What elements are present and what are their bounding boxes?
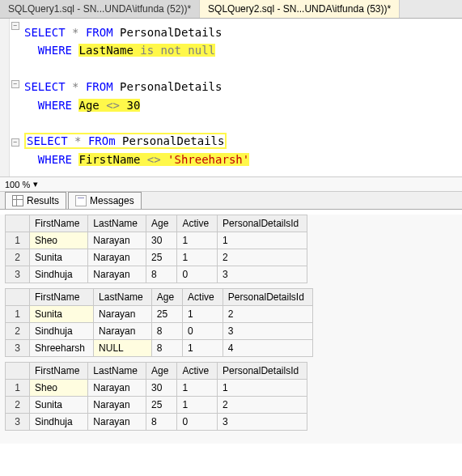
- cell[interactable]: Narayan: [88, 397, 146, 414]
- cell[interactable]: NULL: [94, 340, 152, 357]
- column-header[interactable]: Active: [177, 363, 218, 380]
- row-number[interactable]: 1: [6, 380, 30, 397]
- column-header[interactable]: Age: [146, 215, 177, 232]
- column-header[interactable]: PersonalDetailsId: [218, 363, 307, 380]
- tab-query1[interactable]: SQLQuery1.sql - SN...UNDA\itfunda (52))*: [0, 0, 200, 18]
- row-number[interactable]: 2: [6, 249, 30, 266]
- column-header[interactable]: PersonalDetailsId: [223, 289, 312, 306]
- fold-icon[interactable]: −: [11, 138, 19, 147]
- cell[interactable]: 4: [223, 340, 312, 357]
- cell[interactable]: 25: [151, 306, 182, 323]
- cell[interactable]: Narayan: [88, 380, 146, 397]
- result-grid: FirstNameLastNameAgeActivePersonalDetail…: [5, 215, 457, 283]
- cell[interactable]: 1: [183, 340, 223, 357]
- row-header-corner: [6, 363, 30, 380]
- column-header[interactable]: PersonalDetailsId: [218, 215, 307, 232]
- sql-line: SELECT * FROM PersonalDetails: [24, 23, 459, 41]
- cell[interactable]: 0: [177, 266, 218, 283]
- tab-results-label: Results: [27, 195, 59, 206]
- cell[interactable]: Sunita: [30, 306, 94, 323]
- column-header[interactable]: FirstName: [30, 289, 94, 306]
- editor-tabs: SQLQuery1.sql - SN...UNDA\itfunda (52))*…: [0, 0, 462, 19]
- cell[interactable]: Sheo: [30, 380, 88, 397]
- cell[interactable]: 25: [146, 397, 177, 414]
- column-header[interactable]: FirstName: [30, 215, 88, 232]
- tab-messages[interactable]: Messages: [68, 192, 142, 209]
- tab-results[interactable]: Results: [5, 192, 66, 209]
- sql-line: SELECT * FROm PersonalDetails: [24, 132, 459, 150]
- cell[interactable]: 0: [183, 323, 223, 340]
- cell[interactable]: 1: [218, 232, 307, 249]
- row-number[interactable]: 2: [6, 397, 30, 414]
- sql-editor[interactable]: − SELECT * FROM PersonalDetails WHERE La…: [0, 19, 462, 176]
- zoom-bar: 100 % ▾: [0, 176, 462, 192]
- column-header[interactable]: Age: [146, 363, 177, 380]
- tab-messages-label: Messages: [90, 195, 134, 206]
- cell[interactable]: Sunita: [30, 249, 88, 266]
- cell[interactable]: Narayan: [88, 414, 146, 431]
- cell[interactable]: 3: [218, 414, 307, 431]
- cell[interactable]: Sunita: [30, 397, 88, 414]
- row-number[interactable]: 3: [6, 340, 30, 357]
- cell[interactable]: 1: [177, 232, 218, 249]
- sql-line: WHERE LastName is not null: [24, 41, 459, 59]
- result-tabs: Results Messages: [0, 192, 462, 210]
- cell[interactable]: Sindhuja: [30, 414, 88, 431]
- tab-query2[interactable]: SQLQuery2.sql - SN...UNDA\itfunda (53))*: [200, 0, 400, 18]
- editor-gutter: [0, 19, 10, 176]
- cell[interactable]: 1: [183, 306, 223, 323]
- cell[interactable]: 8: [146, 266, 177, 283]
- fold-icon[interactable]: −: [11, 22, 19, 30]
- cell[interactable]: 30: [146, 380, 177, 397]
- cell[interactable]: Narayan: [88, 249, 146, 266]
- column-header[interactable]: Age: [151, 289, 182, 306]
- row-number[interactable]: 2: [6, 323, 30, 340]
- cell[interactable]: 3: [223, 323, 312, 340]
- fold-icon[interactable]: −: [11, 80, 19, 88]
- cell[interactable]: Narayan: [88, 232, 146, 249]
- cell[interactable]: 2: [223, 306, 312, 323]
- cell[interactable]: 2: [218, 249, 307, 266]
- column-header[interactable]: LastName: [88, 363, 146, 380]
- zoom-value: 100 %: [5, 180, 30, 189]
- row-header-corner: [6, 215, 30, 232]
- cell[interactable]: 1: [218, 380, 307, 397]
- row-number[interactable]: 3: [6, 414, 30, 431]
- cell[interactable]: Sindhuja: [30, 266, 88, 283]
- messages-icon: [75, 195, 87, 206]
- sql-line: SELECT * FROM PersonalDetails: [24, 78, 459, 96]
- cell[interactable]: 1: [177, 397, 218, 414]
- row-number[interactable]: 3: [6, 266, 30, 283]
- cell[interactable]: 2: [218, 397, 307, 414]
- cell[interactable]: 8: [151, 323, 182, 340]
- row-number[interactable]: 1: [6, 232, 30, 249]
- column-header[interactable]: Active: [177, 215, 218, 232]
- cell[interactable]: Narayan: [94, 306, 152, 323]
- cell[interactable]: Narayan: [94, 323, 152, 340]
- result-grid: FirstNameLastNameAgeActivePersonalDetail…: [5, 288, 457, 357]
- cell[interactable]: Narayan: [88, 266, 146, 283]
- column-header[interactable]: LastName: [94, 289, 152, 306]
- result-grid: FirstNameLastNameAgeActivePersonalDetail…: [5, 362, 457, 431]
- results-pane: FirstNameLastNameAgeActivePersonalDetail…: [0, 215, 462, 444]
- column-header[interactable]: LastName: [88, 215, 146, 232]
- column-header[interactable]: FirstName: [30, 363, 88, 380]
- cell[interactable]: 0: [177, 414, 218, 431]
- cell[interactable]: Shreeharsh: [30, 340, 94, 357]
- row-header-corner: [6, 289, 30, 306]
- zoom-dropdown-icon[interactable]: ▾: [33, 179, 38, 189]
- cell[interactable]: 1: [177, 249, 218, 266]
- cell[interactable]: Sindhuja: [30, 323, 94, 340]
- grid-icon: [12, 195, 23, 206]
- cell[interactable]: 1: [177, 380, 218, 397]
- row-number[interactable]: 1: [6, 306, 30, 323]
- cell[interactable]: 8: [146, 414, 177, 431]
- cell[interactable]: 25: [146, 249, 177, 266]
- cell[interactable]: 8: [151, 340, 182, 357]
- sql-line: WHERE FirstName <> 'Shreeharsh': [24, 151, 459, 168]
- sql-line: WHERE Age <> 30: [24, 96, 459, 114]
- cell[interactable]: Sheo: [30, 232, 88, 249]
- cell[interactable]: 3: [218, 266, 307, 283]
- column-header[interactable]: Active: [183, 289, 223, 306]
- cell[interactable]: 30: [146, 232, 177, 249]
